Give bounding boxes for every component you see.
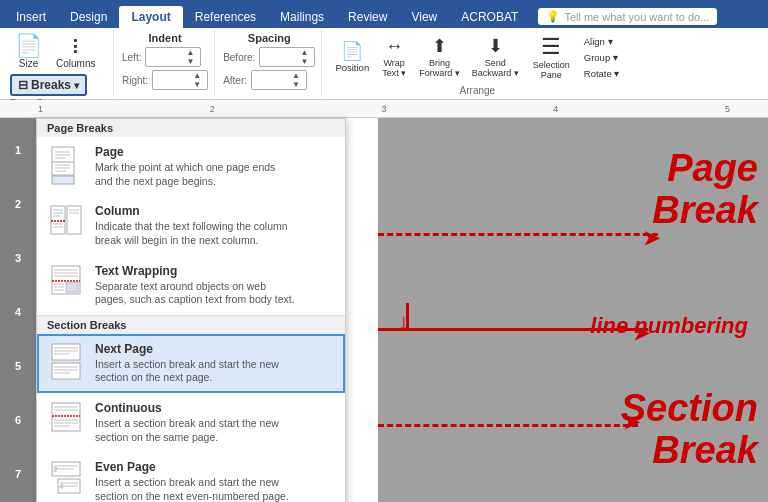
size-button[interactable]: 📄 Size [10,32,47,72]
line-number-4: 4 [0,285,36,339]
page-break-item[interactable]: Page Mark the point at which one page en… [37,137,345,196]
text-wrapping-text: Text Wrapping Separate text around objec… [95,264,333,307]
selection-pane-button[interactable]: ☰ SelectionPane [526,31,577,83]
page-breaks-header: Page Breaks [37,119,345,137]
line-number-3: 3 [0,231,36,285]
page-break-desc: Mark the point at which one page endsand… [95,161,333,188]
tab-view[interactable]: View [399,6,449,28]
left-margin: 1 2 3 4 5 6 7 [0,118,36,502]
bring-forward-label: BringForward ▾ [419,58,460,78]
continuous-item[interactable]: Continuous Insert a section break and st… [37,393,345,452]
next-page-text: Next Page Insert a section break and sta… [95,342,333,385]
text-wrapping-item[interactable]: Text Wrapping Separate text around objec… [37,256,345,315]
main-area: 1 2 3 4 5 6 7 Page Breaks [0,118,768,502]
wrap-text-button[interactable]: ↔ WrapText ▾ [376,33,412,81]
svg-text:4: 4 [59,482,64,491]
tab-acrobat[interactable]: ACROBAT [449,6,530,28]
align-button[interactable]: Align ▾ [579,34,625,49]
arrange-top-row: 📄 Position ↔ WrapText ▾ ⬆ BringForward ▾… [330,31,624,83]
even-page-icon: 2 4 [49,460,85,502]
column-break-icon [49,204,85,246]
next-page-item[interactable]: Next Page Insert a section break and sta… [37,334,345,393]
columns-icon: ⫶ [70,35,81,57]
indent-title: Indent [149,32,182,44]
spacing-before-value[interactable]: 0 pt [262,51,300,63]
spacing-before-arrows[interactable]: ▲▼ [300,48,308,66]
selection-pane-icon: ☰ [541,34,561,60]
spacing-after-arrows[interactable]: ▲▼ [292,71,300,89]
page-break-annotation: PageBreak [652,148,758,232]
tab-insert[interactable]: Insert [4,6,58,28]
spacing-after-label: After: [223,75,247,86]
breaks-icon: ⊟ [18,78,28,92]
page-break-arrowhead: ➤ [643,226,660,250]
breaks-dropdown-arrow: ▾ [74,80,79,91]
spacing-section: Spacing Before: 0 pt ▲▼ After: 8 pt ▲▼ [217,30,322,97]
ribbon-bar: 📄 Size ⫶ Columns ⊟ Breaks ▾ Page Setup I… [0,28,768,100]
indent-right-arrows[interactable]: ▲▼ [193,71,201,89]
columns-label: Columns [56,58,95,69]
page-break-title: Page [95,145,333,159]
even-page-title: Even Page [95,460,333,474]
bring-forward-button[interactable]: ⬆ BringForward ▾ [414,33,465,81]
group-button[interactable]: Group ▾ [579,50,625,65]
lightbulb-icon: 💡 [546,10,560,23]
ruler: 1 2 3 4 5 [0,100,768,118]
even-page-item[interactable]: 2 4 Even Page Insert a section break and… [37,452,345,502]
align-group-rotate-buttons: Align ▾ Group ▾ Rotate ▾ [579,34,625,81]
continuous-text: Continuous Insert a section break and st… [95,401,333,444]
breaks-button[interactable]: ⊟ Breaks ▾ [10,74,87,96]
ruler-numbers: 1 2 3 4 5 [8,104,760,114]
indent-left-label: Left: [122,52,141,63]
continuous-icon [49,401,85,443]
svg-text:2: 2 [53,465,58,474]
page-setup-section: 📄 Size ⫶ Columns ⊟ Breaks ▾ Page Setup [4,30,114,97]
spacing-after-input[interactable]: 8 pt ▲▼ [251,70,307,90]
text-wrapping-title: Text Wrapping [95,264,333,278]
line-numbering-arrowhead: ➤ [633,321,650,345]
section-break-arrow-line [378,424,638,427]
columns-button[interactable]: ⫶ Columns [51,32,100,72]
text-wrapping-desc: Separate text around objects on webpages… [95,280,333,307]
spacing-before-label: Before: [223,52,255,63]
vertical-annotation-line [406,303,409,328]
svg-rect-25 [66,282,78,292]
selection-pane-label: SelectionPane [533,60,570,80]
search-box[interactable]: 💡 Tell me what you want to do... [538,8,717,25]
tab-design[interactable]: Design [58,6,119,28]
breaks-dropdown: Page Breaks [36,118,346,502]
tab-mailings[interactable]: Mailings [268,6,336,28]
even-page-desc: Insert a section break and start the new… [95,476,333,502]
text-wrapping-icon [49,264,85,306]
tab-layout[interactable]: Layout [119,6,182,28]
column-break-item[interactable]: Column Indicate that the text following … [37,196,345,255]
continuous-desc: Insert a section break and start the new… [95,417,333,444]
indent-right-value[interactable]: 0 pt [155,74,193,86]
spacing-before-input[interactable]: 0 pt ▲▼ [259,47,315,67]
breaks-label: Breaks [31,78,71,92]
wrap-text-label: WrapText ▾ [382,58,406,78]
position-label: Position [335,62,369,73]
svg-rect-8 [52,176,74,184]
wrap-text-icon: ↔ [385,36,403,58]
next-page-desc: Insert a section break and start the new… [95,358,333,385]
rotate-button[interactable]: Rotate ▾ [579,66,625,81]
indent-right-input[interactable]: 0 pt ▲▼ [152,70,208,90]
line-number-1: 1 [0,123,36,177]
tab-review[interactable]: Review [336,6,399,28]
next-page-icon [49,342,85,384]
indent-left-arrows[interactable]: ▲▼ [186,48,194,66]
line-number-7: 7 [0,447,36,501]
search-placeholder: Tell me what you want to do... [564,11,709,23]
section-breaks-header: Section Breaks [37,315,345,334]
section-break-arrowhead: ➤ [623,410,640,434]
line-numbering-annotation: line numbering [590,313,748,339]
spacing-after-value[interactable]: 8 pt [254,74,292,86]
send-backward-label: SendBackward ▾ [472,58,519,78]
indent-left-input[interactable]: 0 pt ▲▼ [145,47,201,67]
tab-references[interactable]: References [183,6,268,28]
send-backward-button[interactable]: ⬇ SendBackward ▾ [467,33,524,81]
bring-forward-icon: ⬆ [432,36,447,58]
position-button[interactable]: 📄 Position [330,38,374,77]
indent-left-value[interactable]: 0 pt [148,51,186,63]
